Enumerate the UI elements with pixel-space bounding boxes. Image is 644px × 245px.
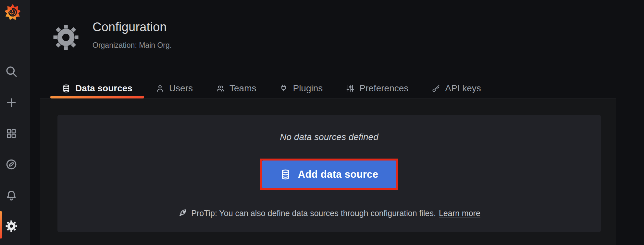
side-menu [0,0,30,245]
tab-data-sources[interactable]: Data sources [50,78,144,98]
plus-icon[interactable] [5,96,18,109]
tab-content-panel: No data sources defined Add data source [40,98,616,245]
tab-label: Users [169,83,193,94]
database-icon [280,169,291,180]
grafana-logo-icon[interactable] [4,3,21,21]
add-data-source-button[interactable]: Add data source [262,161,396,188]
user-icon [156,84,164,93]
learn-more-link[interactable]: Learn more [439,209,480,218]
data-sources-empty-card: No data sources defined Add data source [57,115,601,232]
tab-bar: Data sources Users Teams [50,78,493,98]
page-title: Configuration [93,20,167,34]
tab-label: Data sources [75,83,132,94]
bell-icon[interactable] [5,189,18,202]
main-area: Configuration Organization: Main Org. Da… [30,0,644,245]
sliders-icon [346,84,354,93]
tab-label: Plugins [293,83,323,94]
search-icon[interactable] [5,65,18,78]
button-label: Add data source [298,169,378,180]
gear-icon [52,24,80,51]
tab-plugins[interactable]: Plugins [268,78,334,98]
empty-list-message: No data sources defined [57,132,601,142]
database-icon [62,84,70,93]
key-icon [432,84,440,93]
gear-icon[interactable] [5,220,18,233]
tab-users[interactable]: Users [144,78,204,98]
protip-row: ProTip: You can also define data sources… [57,208,601,218]
grafana-configuration-page: Configuration Organization: Main Org. Da… [0,0,644,245]
team-icon [216,84,225,93]
compass-icon[interactable] [5,158,18,171]
tab-label: API keys [445,83,481,94]
tab-label: Teams [229,83,256,94]
plug-icon [279,84,288,93]
active-nav-indicator [0,211,2,239]
page-subtitle: Organization: Main Org. [93,41,172,50]
tab-api-keys[interactable]: API keys [420,78,492,98]
annotation-highlight-box: Add data source [260,159,398,190]
page-header: Configuration Organization: Main Org. [30,0,644,78]
tab-teams[interactable]: Teams [204,78,268,98]
dashboards-grid-icon[interactable] [5,127,18,140]
protip-text: ProTip: You can also define data sources… [191,209,436,218]
tab-label: Preferences [359,83,408,94]
tab-preferences[interactable]: Preferences [334,78,420,98]
rocket-icon [178,208,188,218]
